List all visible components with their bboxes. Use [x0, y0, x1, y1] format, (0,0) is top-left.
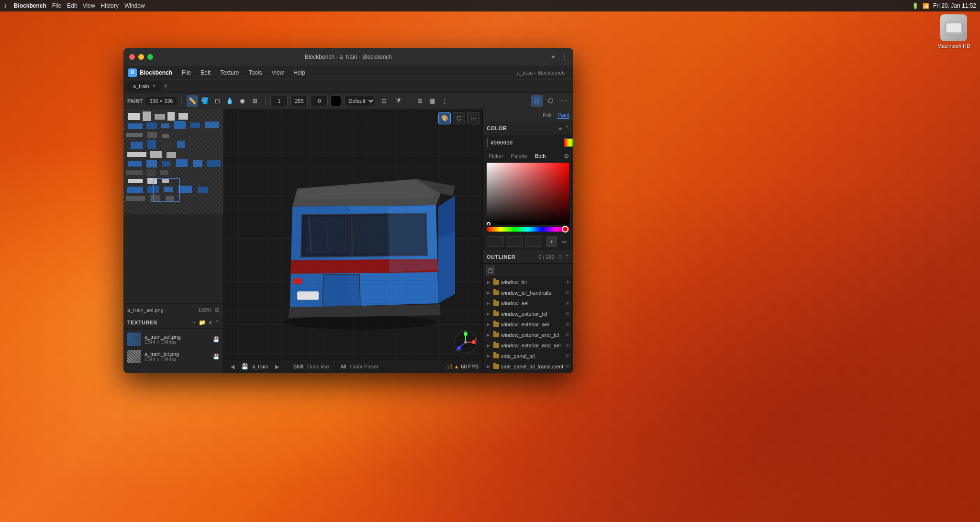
view-btn-1[interactable]: ⊞ [414, 95, 425, 107]
color-panel-collapse-btn[interactable]: ⌃ [565, 125, 569, 132]
texture-item-1[interactable]: a_train_ael.png 1344 × 1344px 💾 [123, 331, 223, 348]
rgb-r-input[interactable]: 0 [487, 236, 504, 247]
hue-slider[interactable] [487, 227, 569, 232]
visibility-eye-3[interactable]: 👁 [564, 300, 571, 307]
maximize-button[interactable] [147, 54, 153, 60]
view-btn-2[interactable]: ▦ [426, 95, 438, 107]
texture-folder-btn[interactable]: 📁 [199, 319, 206, 326]
expand-icon-6[interactable]: ▶ [485, 332, 491, 338]
tab-close-btn[interactable]: ✕ [152, 83, 156, 89]
canvas-resize-btn[interactable]: ⊡ [378, 95, 390, 107]
menubar-history[interactable]: History [101, 2, 119, 9]
outliner-item-window-tcl-handrails[interactable]: ▶ window_tcl_handrails 👁 [483, 288, 573, 298]
blur-tool-btn[interactable]: ◉ [236, 95, 248, 107]
outliner-item-window-exterior-end-ael[interactable]: ▶ window_exterior_end_ael 👁 [483, 340, 573, 351]
menu-view[interactable]: View [267, 68, 288, 77]
outliner-add-group-btn[interactable] [486, 266, 495, 275]
color-tab-picker[interactable]: Picker [487, 152, 505, 160]
outliner-item-window-tcl[interactable]: ▶ window_tcl 👁 [483, 277, 573, 288]
tab-a-train[interactable]: a_train ✕ [127, 81, 162, 91]
tab-add-button[interactable]: + [164, 82, 168, 90]
model-mode-btn[interactable]: ⬡ [545, 95, 556, 107]
expand-icon-4[interactable]: ▶ [485, 311, 491, 317]
eraser-tool-btn[interactable]: ◻ [212, 95, 223, 107]
view-btn-3[interactable]: ⋮ [439, 95, 450, 107]
expand-icon-8[interactable]: ▶ [485, 353, 491, 359]
outliner-item-side-panel-tcl-translucent[interactable]: ▶ side_panel_tcl_translucent 👁 [483, 361, 573, 372]
eyedropper-btn[interactable]: ✏ [559, 236, 569, 247]
vp-settings-btn[interactable]: ⋯ [467, 112, 479, 124]
color-tab-both[interactable]: Both [533, 152, 548, 160]
expand-icon-1[interactable]: ▶ [485, 279, 491, 286]
visibility-eye-8[interactable]: 👁 [564, 352, 571, 360]
minimize-button[interactable] [138, 54, 144, 60]
visibility-eye-7[interactable]: 👁 [564, 342, 571, 349]
visibility-eye-4[interactable]: 👁 [564, 310, 571, 318]
mirror-btn[interactable]: ⧩ [392, 95, 404, 107]
outliner-item-window-exterior-tcl[interactable]: ▶ window_exterior_tcl 👁 [483, 309, 573, 319]
texture-add-icon-btn[interactable]: + [192, 319, 196, 326]
visibility-eye-5[interactable]: 👁 [564, 321, 571, 328]
expand-icon-7[interactable]: ▶ [485, 342, 491, 349]
menubar-file[interactable]: File [52, 2, 61, 9]
rgb-b-input[interactable]: 0 [525, 236, 542, 247]
menubar-edit[interactable]: Edit [67, 2, 77, 9]
expand-icon-5[interactable]: ▶ [485, 321, 491, 328]
hardness-input[interactable] [311, 96, 328, 106]
texture-collapse-btn[interactable]: ⌃ [215, 319, 220, 326]
more-options-icon[interactable]: ⋮ [561, 53, 568, 61]
vp-model-mode-btn[interactable]: ⬡ [453, 112, 465, 124]
color-swatch[interactable] [331, 96, 341, 106]
edit-tab[interactable]: Edit [543, 112, 552, 118]
brush-size-input[interactable] [270, 96, 288, 106]
color-panel-menu-btn[interactable]: ≡ [558, 125, 562, 132]
close-button[interactable] [129, 54, 135, 60]
outliner-item-window-exterior-ael[interactable]: ▶ window_exterior_ael 👁 [483, 319, 573, 330]
texture-menu-btn[interactable]: ≡ [209, 319, 212, 326]
texture-save-btn-1[interactable]: 💾 [213, 336, 220, 343]
settings-btn[interactable]: ⋯ [558, 95, 569, 107]
pencil-tool-btn[interactable]: ✏️ [187, 95, 198, 107]
copy-tool-btn[interactable]: ⊞ [249, 95, 260, 107]
viewport[interactable]: 🎨 ⬡ ⋯ [224, 109, 482, 373]
star-icon[interactable]: ✦ [550, 53, 556, 61]
nav-gizmo[interactable]: X Y Z [454, 330, 478, 354]
texture-fullscreen-btn[interactable]: ⊞ [214, 306, 220, 313]
apple-menu[interactable]:  [4, 2, 6, 10]
color-spectrum-preview[interactable] [564, 138, 573, 147]
vp-paint-mode-btn[interactable]: 🎨 [438, 112, 451, 124]
vp-next-btn[interactable]: ▶ [272, 362, 282, 371]
texture-mode-btn[interactable]: ☷ [531, 95, 543, 107]
expand-icon-9[interactable]: ▶ [485, 363, 491, 370]
fill-tool-btn[interactable]: 🪣 [199, 95, 211, 107]
vp-prev-btn[interactable]: ◀ [228, 362, 237, 371]
outliner-item-window-exterior-end-tcl[interactable]: ▶ window_exterior_end_tcl 👁 [483, 330, 573, 340]
outliner-item-side-panel-ael[interactable]: ▶ side_panel_ael 👁 [483, 372, 573, 373]
menu-help[interactable]: Help [290, 68, 309, 77]
opacity-input[interactable] [290, 96, 308, 106]
color-hex-input[interactable] [490, 140, 561, 146]
color-tab-palette[interactable]: Palette [509, 152, 529, 160]
visibility-eye-2[interactable]: 👁 [564, 289, 571, 297]
menu-texture[interactable]: Texture [216, 68, 243, 77]
paint-tab[interactable]: Paint [557, 112, 569, 119]
desktop-icon-macintosh-hd[interactable]: Macintosh HD [937, 14, 970, 49]
visibility-eye-9[interactable]: 👁 [564, 363, 571, 370]
add-color-btn[interactable]: + [546, 236, 557, 247]
rgb-g-input[interactable]: 0 [506, 236, 523, 247]
outliner-item-window-ael[interactable]: ▶ window_ael 👁 [483, 298, 573, 309]
menu-edit[interactable]: Edit [197, 68, 214, 77]
visibility-eye-6[interactable]: 👁 [564, 331, 571, 339]
expand-icon-2[interactable]: ▶ [485, 289, 491, 296]
color-swatch-large[interactable] [487, 138, 488, 147]
picker-tool-btn[interactable]: 💧 [224, 95, 235, 107]
texture-save-btn-2[interactable]: 💾 [213, 354, 220, 360]
visibility-eye-1[interactable]: 👁 [564, 278, 571, 286]
texture-item-2[interactable]: a_train_tcl.png 1344 × 1344px 💾 [123, 348, 223, 365]
texture-canvas[interactable] [123, 109, 223, 303]
expand-icon-3[interactable]: ▶ [485, 300, 491, 307]
menubar-view[interactable]: View [83, 2, 95, 9]
menubar-window[interactable]: Window [124, 2, 145, 9]
mode-select[interactable]: Default [344, 96, 375, 106]
outliner-menu-btn[interactable]: ≡ [558, 254, 562, 260]
